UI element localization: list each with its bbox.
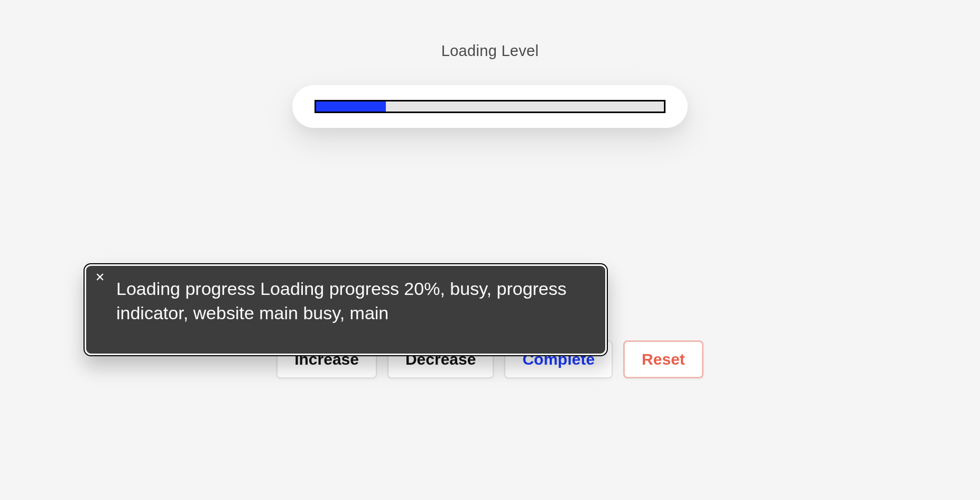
- progress-bar: [315, 100, 665, 113]
- page-title: Loading Level: [441, 42, 539, 60]
- close-icon[interactable]: ✕: [95, 272, 105, 283]
- reset-button[interactable]: Reset: [623, 340, 704, 378]
- progress-card: [292, 85, 688, 128]
- progress-fill: [316, 101, 386, 112]
- accessibility-tooltip: ✕ Loading progress Loading progress 20%,…: [84, 263, 608, 356]
- main-container: Loading Level: [0, 0, 980, 128]
- tooltip-text: Loading progress Loading progress 20%, b…: [116, 277, 590, 326]
